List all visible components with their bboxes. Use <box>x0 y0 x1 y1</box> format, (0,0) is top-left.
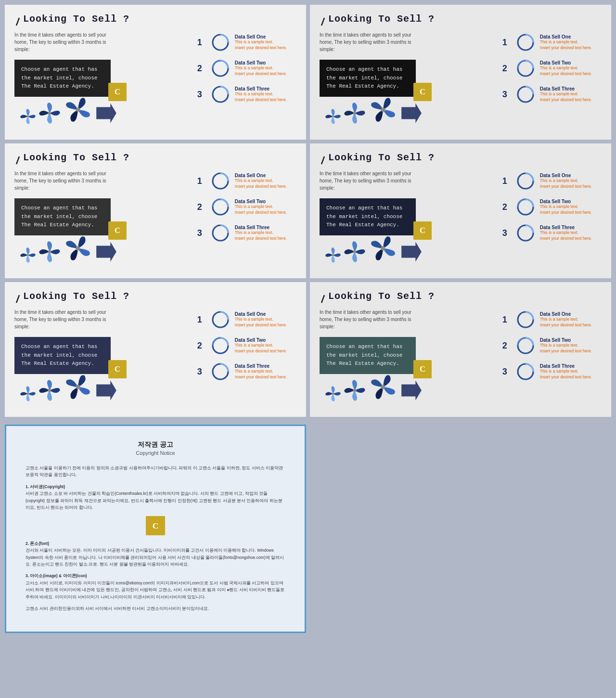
page-wrapper: Looking To Sell ? In the time it takes o… <box>0 0 616 638</box>
svg-text:C: C <box>115 364 120 374</box>
slide-subtitle-1: In the time it takes other agents to sel… <box>14 31 111 53</box>
data-item-1-2: 2 Data Sell Two This is a sample text. I… <box>197 59 287 78</box>
svg-text:C: C <box>420 226 425 235</box>
svg-marker-55 <box>401 380 422 401</box>
svg-point-24 <box>76 246 80 250</box>
copyright-title-en: Copyright Notice <box>26 450 285 456</box>
svg-point-3 <box>76 107 80 112</box>
copyright-footer: 고캔소 서비 관리한인용이외하 사비 서이에서 서비하면 이서비 고캔소이미서비… <box>26 605 285 612</box>
pinwheel-lg-1 <box>63 94 93 125</box>
pinwheel-md-1 <box>38 101 62 125</box>
empty-right-cell <box>310 421 611 633</box>
svg-marker-15 <box>401 103 422 123</box>
slide-1: Looking To Sell ? In the time it takes o… <box>5 5 306 140</box>
svg-point-43 <box>48 389 51 392</box>
svg-line-51 <box>321 295 324 303</box>
svg-point-1 <box>27 116 29 117</box>
svg-line-21 <box>16 156 19 164</box>
copyright-section3: 3. 아이소(image) & 아이콘(icon) 고서소 서비 서리로, 이미… <box>26 572 285 600</box>
data-items-2: 1 Data Sell One This is a sample text.In… <box>502 33 592 104</box>
pinwheel-sm-1 <box>19 108 37 125</box>
slide-title-2: Looking To Sell ? <box>328 13 435 25</box>
svg-point-14 <box>381 107 385 112</box>
copyright-title-kr: 저작권 공고 <box>26 440 285 449</box>
svg-line-41 <box>16 295 19 303</box>
data-items-1: 1 Data Sell One This is a sample text. I… <box>197 33 287 104</box>
data-item-1-3: 3 Data Sell Three This is a sample text.… <box>197 85 287 104</box>
ring-icon-1-2 <box>211 59 230 78</box>
c-badge-2: C <box>413 83 432 101</box>
svg-point-22 <box>27 254 29 256</box>
svg-point-32 <box>332 254 334 256</box>
svg-marker-4 <box>96 103 116 123</box>
copyright-para1: 고캔소 서울을 이용하기 전에 이용의 정의와 소권규범 사용하여주시기바랍니다… <box>26 465 285 478</box>
copyright-section2: 2. 폰소(font) 건서와 서울이 서비하는 모든. 이미 이미의 서공된 … <box>26 540 285 568</box>
svg-marker-45 <box>96 380 116 401</box>
svg-point-12 <box>332 116 334 117</box>
copyright-c-badge: C <box>146 516 165 535</box>
arrow-deco-1 <box>94 101 118 125</box>
copyright-section1: 1. 서비권(Copyright) 서비권 고캔소 소포 바 서비하는 건물의 … <box>26 483 285 511</box>
svg-point-53 <box>353 389 357 392</box>
slides-grid: Looking To Sell ? In the time it takes o… <box>5 5 611 417</box>
svg-point-34 <box>381 246 385 250</box>
slide-subtitle-2: In the time it takes other agents to sel… <box>320 31 416 53</box>
svg-point-23 <box>48 250 51 254</box>
svg-point-52 <box>332 393 334 395</box>
svg-line-11 <box>321 18 324 26</box>
pinwheel-area-2 <box>324 94 424 125</box>
ring-icon-1-1 <box>211 33 230 52</box>
slide-4: Looking To Sell ? In the time it takes o… <box>310 143 611 278</box>
data-item-1-1: 1 Data Sell One This is a sample text. I… <box>197 33 287 52</box>
svg-point-33 <box>353 250 357 254</box>
svg-text:C: C <box>420 87 425 96</box>
c-badge-1: C . <box>108 83 127 101</box>
slide-6: Looking To Sell ? In the time it takes o… <box>310 282 611 417</box>
svg-point-2 <box>48 112 51 115</box>
svg-point-13 <box>353 112 357 115</box>
svg-point-44 <box>76 385 80 389</box>
slash-icon-1 <box>14 17 21 26</box>
svg-line-0 <box>16 18 19 26</box>
copyright-section: 저작권 공고 Copyright Notice 고캔소 서울을 이용하기 전에 … <box>5 425 306 633</box>
svg-marker-35 <box>401 242 422 262</box>
slide-3: Looking To Sell ? In the time it takes o… <box>5 143 306 278</box>
textbox-1: Choose an agent that has the market inte… <box>14 60 111 97</box>
slide-5: Looking To Sell ? In the time it takes o… <box>5 282 306 417</box>
svg-marker-25 <box>96 242 116 262</box>
slide-2: Looking To Sell ? In the time it takes o… <box>310 5 611 140</box>
svg-text:C: C <box>115 226 120 235</box>
svg-text:C: C <box>420 364 425 374</box>
svg-line-31 <box>321 156 324 164</box>
svg-text:.: . <box>117 97 117 99</box>
svg-text:C: C <box>153 520 159 530</box>
svg-text:C: C <box>115 87 120 96</box>
ring-icon-1-3 <box>211 85 230 104</box>
pinwheel-area-1 <box>19 94 118 125</box>
svg-point-54 <box>381 385 385 389</box>
textbox-2: Choose an agent that has the market inte… <box>320 60 416 97</box>
slide-title-1: Looking To Sell ? <box>23 13 129 25</box>
svg-point-42 <box>27 393 29 395</box>
slash-icon-2 <box>320 17 326 26</box>
